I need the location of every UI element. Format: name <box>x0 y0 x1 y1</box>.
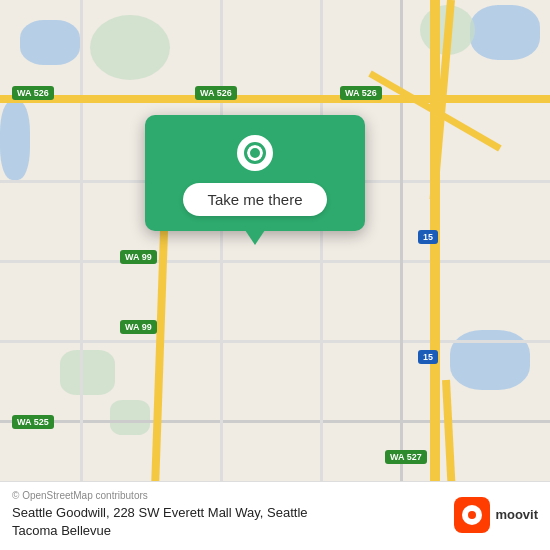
i5-highway <box>430 0 440 550</box>
park-area-3 <box>60 350 115 395</box>
wa526-highway <box>0 95 550 103</box>
i5-label-2: 15 <box>418 350 438 364</box>
road-v3 <box>320 0 323 550</box>
park-area-4 <box>110 400 150 435</box>
wa526-badge-left: WA 526 <box>12 86 54 100</box>
moovit-icon-inner <box>462 505 482 525</box>
attribution-text: © OpenStreetMap contributors <box>12 490 308 501</box>
i5-badge-1: 15 <box>418 230 438 244</box>
wa526-label-left: WA 526 <box>12 86 54 100</box>
water-body-1 <box>20 20 80 65</box>
water-body-3 <box>450 330 530 390</box>
road-v2 <box>220 0 223 550</box>
moovit-dot <box>468 511 476 519</box>
bottom-bar: © OpenStreetMap contributors Seattle Goo… <box>0 481 550 550</box>
wa526-label-right: WA 526 <box>340 86 382 100</box>
i5-badge-2: 15 <box>418 350 438 364</box>
wa99-label-1: WA 99 <box>120 250 157 264</box>
wa527-badge: WA 527 <box>385 450 427 464</box>
take-me-there-button[interactable]: Take me there <box>183 183 326 216</box>
map-container: WA 526 WA 526 WA 526 WA 99 WA 99 15 15 W… <box>0 0 550 550</box>
location-pin <box>237 135 273 171</box>
wa527-label: WA 527 <box>385 450 427 464</box>
popup-card: Take me there <box>145 115 365 231</box>
wa99-label-2: WA 99 <box>120 320 157 334</box>
wa526-label-center: WA 526 <box>195 86 237 100</box>
moovit-text: moovit <box>495 507 538 522</box>
bottom-info: © OpenStreetMap contributors Seattle Goo… <box>12 490 308 540</box>
wa526-badge-center: WA 526 <box>195 86 237 100</box>
water-body-4 <box>0 100 30 180</box>
road-v1 <box>80 0 83 550</box>
moovit-logo: moovit <box>454 497 538 533</box>
moovit-icon <box>454 497 490 533</box>
wa99-badge-1: WA 99 <box>120 250 157 264</box>
wa526-badge-right: WA 526 <box>340 86 382 100</box>
wa99-badge-2: WA 99 <box>120 320 157 334</box>
road-v4 <box>400 0 403 550</box>
location-cities: Tacoma Bellevue <box>12 522 308 540</box>
location-name: Seattle Goodwill, 228 SW Everett Mall Wa… <box>12 504 308 522</box>
wa525-badge: WA 525 <box>12 415 54 429</box>
water-body-2 <box>470 5 540 60</box>
wa525-label: WA 525 <box>12 415 54 429</box>
i5-label-1: 15 <box>418 230 438 244</box>
park-area-1 <box>90 15 170 80</box>
